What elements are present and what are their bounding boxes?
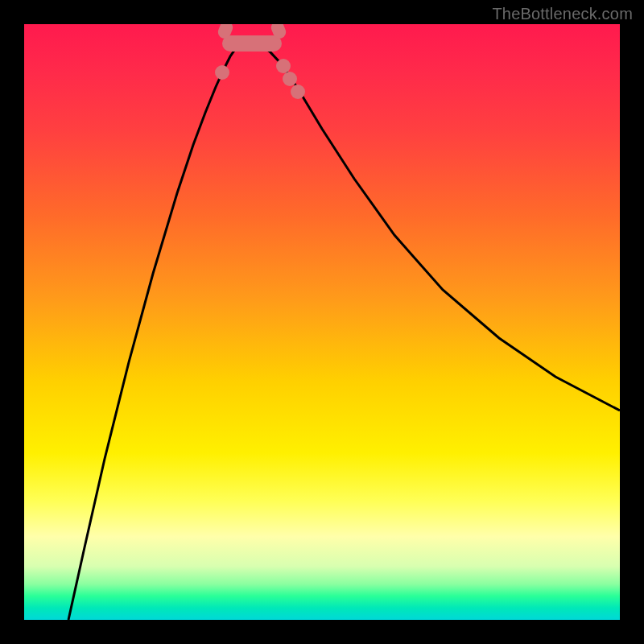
valley-marker-right-2 <box>283 72 297 86</box>
curve-layer <box>24 24 620 620</box>
plot-area <box>24 24 620 620</box>
bottleneck-curve <box>68 42 620 620</box>
valley-marker-right-1 <box>276 59 291 73</box>
valley-pill <box>222 35 282 52</box>
chart-stage: TheBottleneck.com <box>0 0 644 644</box>
valley-marker-left <box>215 65 229 80</box>
watermark-text: TheBottleneck.com <box>492 5 633 23</box>
bottleneck-curve-path <box>68 42 620 620</box>
valley-marker-right-3 <box>291 85 305 99</box>
